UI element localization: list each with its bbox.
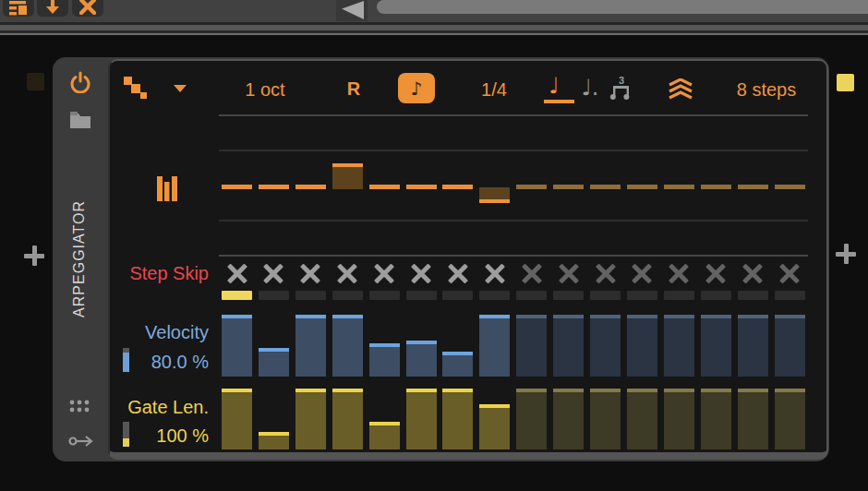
gate-step-bar[interactable] [664,389,694,449]
gate-step-bar[interactable] [222,389,252,449]
gate-step-bar[interactable] [701,389,731,449]
gate-step-bar[interactable] [259,432,289,449]
gate-step-bar[interactable] [553,389,584,449]
gate-step-bar[interactable] [590,389,621,449]
gate-step-bar[interactable] [775,389,805,449]
gate-step-bar[interactable] [442,389,473,449]
gate-step-bar[interactable] [295,389,326,449]
gate-step-lane [0,0,868,491]
gate-step-bar[interactable] [332,389,363,449]
gate-step-bar[interactable] [627,389,657,449]
gate-step-bar[interactable] [369,422,400,449]
gate-step-bar[interactable] [738,389,768,449]
bitwig-device-view: ARPEGGIATOR 1 oct R ♪ 1/4 ♩ ♩. 3 [0,0,868,491]
gate-step-bar[interactable] [479,404,510,449]
gate-step-bar[interactable] [406,389,437,449]
gate-step-bar[interactable] [516,389,547,449]
